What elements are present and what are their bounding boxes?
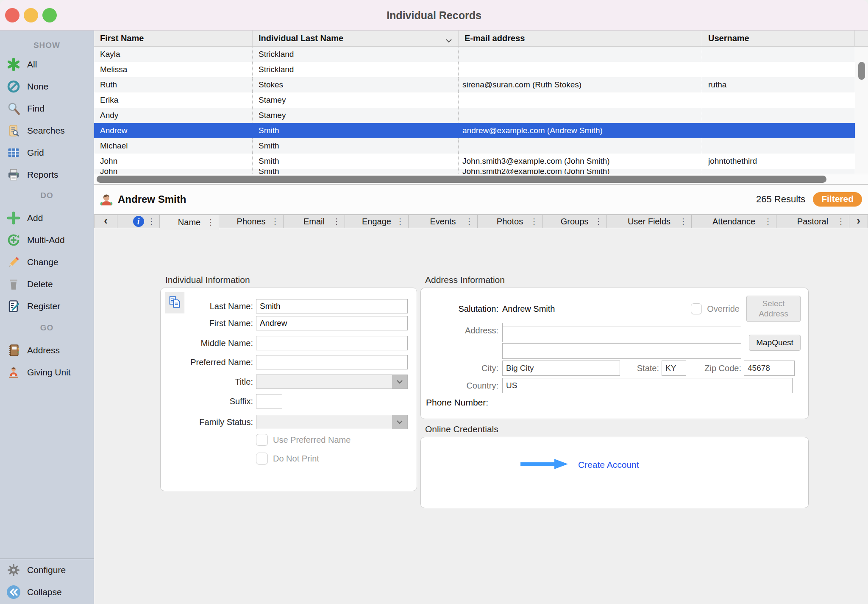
- tab-attendance[interactable]: Attendance⋮: [692, 215, 776, 228]
- tab-menu-icon[interactable]: ⋮: [207, 218, 214, 227]
- tab-menu-icon[interactable]: ⋮: [147, 217, 155, 226]
- sidebar-item-find[interactable]: Find: [0, 98, 94, 120]
- tab-menu-icon[interactable]: ⋮: [679, 217, 687, 226]
- tab-menu-icon[interactable]: ⋮: [271, 217, 279, 226]
- middle-name-input[interactable]: [256, 336, 408, 350]
- table-row[interactable]: Michael Smith: [94, 138, 855, 154]
- sidebar-item-label: Add: [27, 213, 43, 223]
- cell-email: [459, 92, 702, 108]
- cell-first-name: Erika: [94, 92, 253, 108]
- cell-last-name: Smith: [253, 169, 459, 174]
- individual-info-title: Individual Information: [165, 275, 250, 285]
- filtered-badge[interactable]: Filtered: [813, 192, 862, 207]
- sort-chevron-icon: [445, 36, 452, 45]
- tab-events[interactable]: Events⋮: [409, 215, 478, 228]
- tabs-scroll-left-button[interactable]: ‹: [94, 215, 117, 228]
- zip-code-input[interactable]: [744, 361, 795, 376]
- cell-first-name: Ruth: [94, 77, 253, 92]
- record-tab-bar: ‹ i⋮ Name⋮ Phones⋮ Email⋮ Engage⋮ Events…: [94, 215, 868, 230]
- column-header-last-name[interactable]: Individual Last Name: [253, 31, 459, 46]
- tab-photos[interactable]: Photos⋮: [478, 215, 542, 228]
- sidebar-item-configure[interactable]: Configure: [0, 559, 94, 581]
- sidebar-item-label: None: [27, 81, 48, 92]
- collapse-chevrons-icon: [7, 585, 20, 599]
- cell-email: [459, 108, 702, 123]
- column-header-first-name[interactable]: First Name: [94, 31, 253, 46]
- sidebar-item-collapse[interactable]: Collapse: [0, 581, 94, 603]
- first-name-input[interactable]: [256, 316, 408, 330]
- saved-search-scroll-icon: [0, 124, 27, 137]
- tab-pastoral[interactable]: Pastoral⋮: [776, 215, 849, 228]
- cell-username: johntothethird: [702, 154, 855, 169]
- sidebar-item-giving-unit[interactable]: Giving Unit: [0, 361, 94, 383]
- tab-groups[interactable]: Groups⋮: [542, 215, 607, 228]
- use-preferred-name-checkbox[interactable]: [256, 434, 268, 446]
- tabs-scroll-right-button[interactable]: ›: [849, 215, 868, 228]
- sidebar-item-label: Multi-Add: [27, 235, 65, 245]
- title-dropdown[interactable]: [256, 375, 408, 389]
- tab-menu-icon[interactable]: ⋮: [595, 217, 602, 226]
- sidebar-item-searches[interactable]: Searches: [0, 120, 94, 142]
- table-row[interactable]: Andy Stamey: [94, 108, 855, 123]
- tab-name[interactable]: Name⋮: [160, 215, 219, 230]
- tab-menu-icon[interactable]: ⋮: [396, 217, 404, 226]
- country-input[interactable]: [502, 378, 793, 393]
- do-not-print-checkbox[interactable]: [256, 453, 268, 464]
- column-header-username[interactable]: Username: [702, 31, 855, 46]
- table-row-partial[interactable]: John Smith John.smith2@example.com (John…: [94, 169, 855, 174]
- tab-menu-icon[interactable]: ⋮: [837, 217, 845, 226]
- table-row[interactable]: John Smith John.smith3@example.com (John…: [94, 154, 855, 169]
- last-name-input[interactable]: [256, 299, 408, 313]
- cell-email: John.smith2@example.com (John Smith): [459, 169, 702, 174]
- sidebar-item-address[interactable]: Address: [0, 339, 94, 361]
- cell-first-name: Andy: [94, 108, 253, 123]
- sidebar-item-none[interactable]: None: [0, 76, 94, 98]
- tab-email[interactable]: Email⋮: [284, 215, 345, 228]
- individual-info-panel: Last Name: First Name: Middle Name: Pref…: [160, 288, 417, 491]
- preferred-name-input[interactable]: [256, 355, 408, 369]
- chevron-down-icon: [392, 375, 407, 389]
- family-status-dropdown[interactable]: [256, 415, 408, 429]
- state-input[interactable]: [662, 361, 686, 376]
- tab-menu-icon[interactable]: ⋮: [530, 217, 538, 226]
- table-row-selected[interactable]: Andrew Smith andrew@example.com (Andrew …: [94, 123, 855, 138]
- city-input[interactable]: [502, 361, 620, 376]
- sidebar-item-change[interactable]: Change: [0, 251, 94, 273]
- suffix-input[interactable]: [256, 394, 282, 408]
- table-row[interactable]: Kayla Strickland: [94, 47, 855, 62]
- do-not-print-checkbox-row: Do Not Print: [256, 453, 319, 464]
- create-account-link[interactable]: Create Account: [578, 460, 639, 470]
- address-line2-input[interactable]: [502, 327, 741, 342]
- cell-last-name: Smith: [253, 123, 459, 138]
- sidebar-item-label: Collapse: [27, 587, 62, 597]
- sidebar-item-all[interactable]: All: [0, 53, 94, 76]
- cell-last-name: Strickland: [253, 47, 459, 62]
- table-row[interactable]: Melissa Strickland: [94, 62, 855, 77]
- vertical-scrollbar[interactable]: [855, 47, 868, 174]
- sidebar-item-multi-add[interactable]: Multi-Add: [0, 229, 94, 251]
- window-title: Individual Records: [0, 0, 868, 31]
- tab-menu-icon[interactable]: ⋮: [465, 217, 473, 226]
- table-row[interactable]: Erika Stamey: [94, 92, 855, 108]
- tab-engage[interactable]: Engage⋮: [345, 215, 409, 228]
- tab-menu-icon[interactable]: ⋮: [333, 217, 340, 226]
- tab-menu-icon[interactable]: ⋮: [764, 217, 772, 226]
- tab-phones[interactable]: Phones⋮: [219, 215, 284, 228]
- sidebar-item-delete[interactable]: Delete: [0, 273, 94, 295]
- vertical-scrollbar-thumb[interactable]: [858, 62, 865, 80]
- column-header-email[interactable]: E-mail address: [459, 31, 702, 46]
- sidebar-item-add[interactable]: Add: [0, 207, 94, 229]
- table-row[interactable]: Ruth Stokes sirena@suran.com (Ruth Stoke…: [94, 77, 855, 92]
- address-line3-input[interactable]: [502, 343, 741, 359]
- zip-code-label: Zip Code:: [686, 364, 741, 373]
- sidebar-item-label: All: [27, 59, 37, 70]
- horizontal-scrollbar[interactable]: [94, 174, 868, 184]
- tab-info[interactable]: i⋮: [117, 215, 160, 228]
- cell-last-name: Stamey: [253, 108, 459, 123]
- sidebar-item-reports[interactable]: Reports: [0, 164, 94, 186]
- tab-user-fields[interactable]: User Fields⋮: [607, 215, 692, 228]
- sidebar-item-label: Register: [27, 301, 60, 311]
- sidebar-item-register[interactable]: Register: [0, 295, 94, 317]
- horizontal-scrollbar-thumb[interactable]: [97, 176, 826, 183]
- sidebar-item-grid[interactable]: Grid: [0, 142, 94, 164]
